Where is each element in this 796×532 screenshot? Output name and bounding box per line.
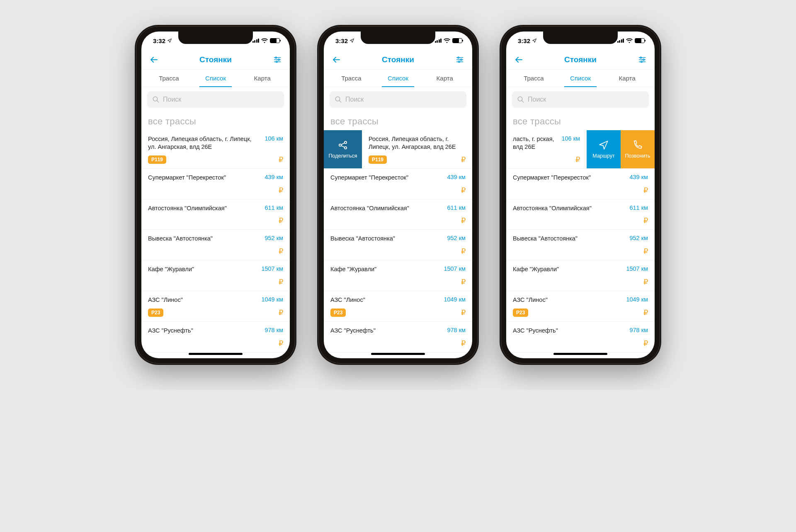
search-box[interactable] bbox=[147, 91, 284, 108]
svg-point-12 bbox=[461, 59, 462, 60]
item-title: Вывеска "Автостоянка" bbox=[148, 235, 260, 243]
search-box[interactable] bbox=[512, 91, 649, 108]
list-item[interactable]: Автостоянка "Олимпийская"611 км₽ bbox=[506, 199, 655, 230]
tab-track[interactable]: Трасса bbox=[510, 70, 557, 87]
item-distance: 1507 км bbox=[261, 265, 283, 273]
section-header: все трассы bbox=[324, 112, 472, 130]
route-badge: Р23 bbox=[330, 309, 346, 317]
item-title: Роснефть bbox=[330, 357, 442, 358]
search-icon bbox=[152, 96, 160, 103]
filter-button[interactable] bbox=[637, 55, 647, 65]
notch bbox=[361, 32, 435, 44]
home-indicator bbox=[371, 353, 425, 355]
svg-point-5 bbox=[276, 61, 277, 62]
list-item[interactable]: Кафе "Журавли"1507 км₽ bbox=[324, 260, 472, 291]
list-item[interactable]: АЗС "Руснефть"978 км ₽ bbox=[141, 322, 290, 352]
tab-list[interactable]: Список bbox=[557, 70, 604, 87]
search-input[interactable] bbox=[163, 96, 279, 103]
list-item[interactable]: АЗС "Линос"1049 кмР23₽ bbox=[506, 291, 655, 322]
list-item[interactable]: ласть, г. рская, влд 26Е106 км ₽ Маршрут… bbox=[506, 130, 655, 169]
list-item[interactable]: АЗС "Линос"1049 км Р23₽ bbox=[141, 291, 290, 322]
item-title: Кафе "Журавли" bbox=[330, 265, 439, 273]
item-distance: 439 км bbox=[629, 174, 648, 182]
tab-track[interactable]: Трасса bbox=[146, 70, 192, 87]
list[interactable]: Поделиться Россия, Липецкая область, г. … bbox=[324, 130, 472, 358]
ruble-icon: ₽ bbox=[461, 277, 466, 287]
ruble-icon: ₽ bbox=[575, 155, 580, 164]
list-item[interactable]: Кафе "Журавли"1507 км ₽ bbox=[141, 260, 290, 291]
back-button[interactable] bbox=[149, 55, 159, 65]
list-item[interactable]: Кафе "Журавли"1507 км₽ bbox=[506, 260, 655, 291]
list-item[interactable]: Россия, Липецкая область, г. Липецк, ул.… bbox=[141, 130, 290, 169]
item-distance: 802 км bbox=[629, 357, 648, 358]
search-input[interactable] bbox=[345, 96, 461, 103]
list[interactable]: ласть, г. рская, влд 26Е106 км ₽ Маршрут… bbox=[506, 130, 655, 358]
item-title: Россия, Липецкая область, г. Липецк, ул.… bbox=[148, 135, 260, 151]
tab-map[interactable]: Карта bbox=[604, 70, 650, 87]
back-button[interactable] bbox=[331, 55, 341, 65]
svg-point-24 bbox=[640, 57, 641, 58]
ruble-icon: ₽ bbox=[279, 339, 283, 348]
list-item[interactable]: Автостоянка "Олимпийская"611 км₽ bbox=[324, 199, 472, 230]
item-distance: 611 км bbox=[447, 204, 466, 212]
filter-button[interactable] bbox=[272, 55, 282, 65]
svg-point-25 bbox=[643, 59, 644, 60]
section-header: все трассы bbox=[506, 112, 655, 130]
list-item[interactable]: Поделиться Россия, Липецкая область, г. … bbox=[324, 130, 472, 169]
nav-bar: Стоянки bbox=[141, 50, 290, 70]
back-button[interactable] bbox=[514, 55, 524, 65]
ruble-icon: ₽ bbox=[279, 186, 283, 195]
filter-button[interactable] bbox=[455, 55, 465, 65]
tab-list[interactable]: Список bbox=[375, 70, 422, 87]
item-title: АЗС "Руснефть" bbox=[148, 327, 260, 335]
page-title: Стоянки bbox=[564, 55, 597, 64]
ruble-icon: ₽ bbox=[643, 308, 648, 317]
list-item[interactable]: Супермаркет "Перекресток"439 км ₽ bbox=[141, 169, 290, 199]
ruble-icon: ₽ bbox=[461, 186, 466, 195]
list-item[interactable]: Вывеска "Автостоянка"952 км ₽ bbox=[141, 230, 290, 260]
swipe-share-button[interactable]: Поделиться bbox=[324, 130, 362, 168]
swipe-call-button[interactable]: Позвонить bbox=[621, 130, 655, 168]
item-title: Супермаркет "Перекресток" bbox=[330, 174, 442, 182]
list-item[interactable]: Вывеска "Автостоянка"952 км₽ bbox=[324, 230, 472, 260]
item-title: Супермаркет "Перекресток" bbox=[513, 174, 624, 182]
search-icon bbox=[335, 96, 342, 103]
svg-point-4 bbox=[278, 59, 279, 60]
notch bbox=[178, 32, 253, 44]
svg-line-19 bbox=[341, 143, 345, 144]
list-item[interactable]: АЗС "Руснефть"978 км₽ bbox=[324, 322, 472, 352]
tab-track[interactable]: Трасса bbox=[328, 70, 375, 87]
list-item[interactable]: АЗС "Линос"1049 кмР23₽ bbox=[324, 291, 472, 322]
phone-mockup-2: 3:32 Стоянки Трасса Список Карта все тра… bbox=[317, 25, 479, 365]
battery-icon bbox=[635, 38, 645, 43]
list-item[interactable]: АЗС "Руснефть"978 км₽ bbox=[506, 322, 655, 352]
tab-list[interactable]: Список bbox=[192, 70, 239, 87]
list-item[interactable]: Вывеска "Автостоянка"952 км₽ bbox=[506, 230, 655, 260]
tab-map[interactable]: Карта bbox=[239, 70, 286, 87]
svg-line-28 bbox=[522, 100, 524, 102]
route-badge: Р119 bbox=[369, 155, 387, 164]
page-title: Стоянки bbox=[382, 55, 414, 64]
list-item[interactable]: Супермаркет "Перекресток"439 км₽ bbox=[506, 169, 655, 199]
svg-line-20 bbox=[341, 146, 345, 147]
ruble-icon: ₽ bbox=[461, 308, 466, 317]
search-box[interactable] bbox=[330, 91, 466, 108]
status-time: 3:32 bbox=[335, 37, 348, 44]
ruble-icon: ₽ bbox=[279, 216, 283, 225]
status-time: 3:32 bbox=[153, 37, 165, 44]
item-distance: 802 км bbox=[265, 357, 283, 358]
item-title: Супермаркет "Перекресток" bbox=[148, 174, 260, 182]
ruble-icon: ₽ bbox=[643, 247, 648, 256]
item-title: Автостоянка "Олимпийская" bbox=[330, 204, 442, 212]
list-item[interactable]: Супермаркет "Перекресток"439 км₽ bbox=[324, 169, 472, 199]
swipe-route-button[interactable]: Маршрут bbox=[587, 130, 621, 168]
tab-map[interactable]: Карта bbox=[421, 70, 468, 87]
search-container bbox=[141, 87, 290, 112]
list[interactable]: Россия, Липецкая область, г. Липецк, ул.… bbox=[141, 130, 290, 358]
item-distance: 1049 км bbox=[261, 296, 283, 304]
list-item[interactable]: Автостоянка "Олимпийская"611 км ₽ bbox=[141, 199, 290, 230]
ruble-icon: ₽ bbox=[279, 247, 283, 256]
item-distance: 611 км bbox=[629, 204, 648, 212]
search-input[interactable] bbox=[528, 96, 644, 103]
swipe-call-label: Позвонить bbox=[625, 153, 650, 159]
